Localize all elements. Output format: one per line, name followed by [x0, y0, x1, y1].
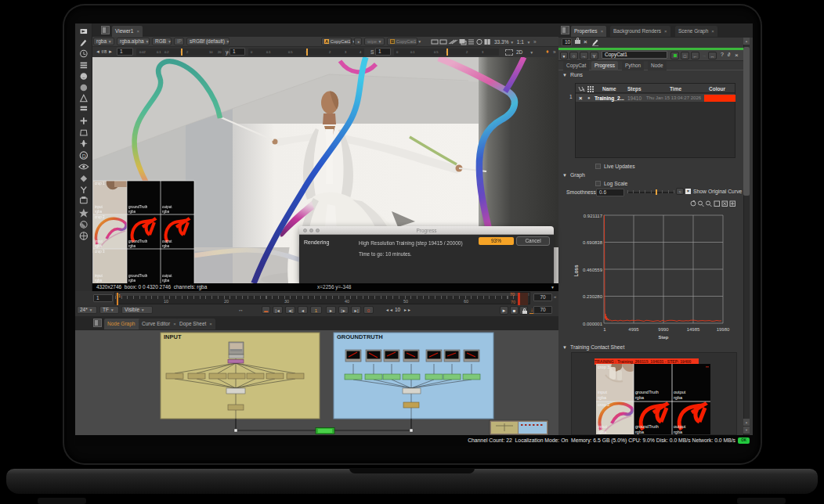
svg-text:output: output [162, 239, 172, 243]
svg-text:crop 2: crop 2 [95, 215, 105, 219]
svg-text:input: input [598, 424, 607, 429]
svg-text:rgba: rgba [128, 210, 136, 214]
svg-text:groundTruth: groundTruth [128, 274, 148, 278]
svg-text:rgba: rgba [95, 244, 103, 248]
svg-text:crop 1: crop 1 [95, 182, 105, 185]
svg-text:Loss: Loss [573, 265, 579, 277]
svg-text:groundTruth: groundTruth [635, 390, 659, 394]
svg-text:groundTruth: groundTruth [128, 239, 148, 243]
svg-text:rgba: rgba [128, 279, 136, 283]
svg-text:0.460559: 0.460559 [583, 268, 603, 272]
svg-text:rgba: rgba [128, 244, 136, 248]
svg-text:rgba: rgba [674, 395, 683, 400]
svg-text:groundTruth: groundTruth [128, 205, 148, 209]
svg-text:rgba: rgba [674, 430, 683, 434]
svg-text:input: input [598, 390, 607, 394]
svg-text:rgba: rgba [162, 210, 170, 214]
svg-text:rgba: rgba [95, 279, 103, 283]
svg-text:rgba: rgba [635, 430, 645, 434]
svg-text:output: output [674, 390, 686, 394]
svg-text:rgba: rgba [162, 244, 170, 248]
svg-text:rgba: rgba [95, 210, 103, 214]
svg-text:rgba: rgba [635, 395, 645, 400]
svg-text:D: D [82, 153, 86, 159]
svg-text:0.690838: 0.690838 [583, 240, 603, 245]
svg-text:19980: 19980 [717, 327, 730, 332]
svg-text:groundTruth: groundTruth [635, 424, 659, 429]
svg-text:Step: Step [658, 335, 668, 340]
svg-text:rgba: rgba [162, 279, 170, 283]
svg-text:0.000001: 0.000001 [583, 322, 603, 326]
svg-text:output: output [674, 424, 686, 429]
svg-text:input: input [95, 239, 103, 243]
svg-text:INPUT: INPUT [164, 333, 182, 340]
svg-text:rgba: rgba [598, 430, 607, 434]
svg-text:1: 1 [603, 327, 606, 332]
svg-text:input: input [95, 274, 103, 278]
svg-text:crop 3: crop 3 [95, 250, 105, 254]
svg-text:4995: 4995 [628, 327, 639, 332]
svg-text:rgba: rgba [598, 395, 607, 400]
svg-text:input: input [95, 205, 103, 209]
svg-text:GROUNDTRUTH: GROUNDTRUTH [337, 333, 383, 340]
svg-text:14985: 14985 [687, 327, 700, 332]
svg-text:0.921117: 0.921117 [584, 214, 603, 218]
svg-text:9990: 9990 [658, 327, 669, 332]
svg-text:output: output [162, 274, 172, 278]
svg-text:crop 2: crop 2 [598, 402, 609, 407]
svg-text:0.230280: 0.230280 [583, 294, 603, 299]
svg-text:output: output [162, 205, 172, 209]
svg-text:crop 3: crop 3 [598, 365, 609, 369]
